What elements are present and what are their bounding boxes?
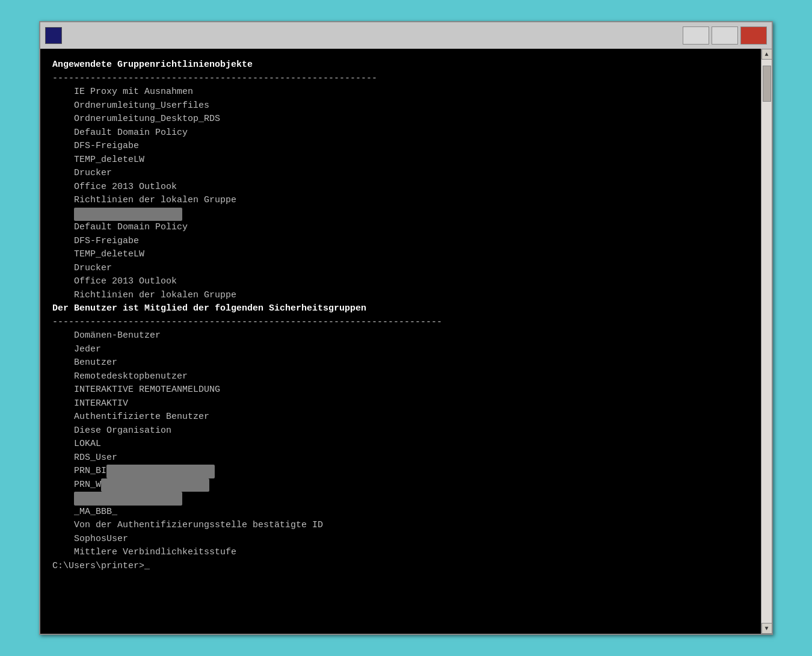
terminal-line: Office 2013 Outlook: [52, 275, 749, 289]
terminal-line: PRN_W: [52, 478, 749, 492]
terminal-line: TEMP_deleteLW: [52, 248, 749, 262]
terminal-line: Richtlinien der lokalen Gruppe: [52, 194, 749, 208]
scroll-thumb[interactable]: [763, 66, 771, 102]
terminal-line: Office 2013 Outlook: [52, 181, 749, 194]
scroll-track: [761, 60, 772, 623]
terminal-line: PRN_BI: [52, 465, 749, 478]
title-bar: [40, 22, 772, 49]
terminal-line: ----------------------------------------…: [52, 316, 749, 330]
window-controls: [683, 26, 767, 45]
terminal-line: Richtlinien der lokalen Gruppe: [52, 289, 749, 303]
terminal-line: Default Domain Policy: [52, 126, 749, 140]
terminal-output: Angewendete Gruppenrichtlinienobjekte---…: [40, 49, 761, 634]
scrollbar[interactable]: ▲ ▼: [761, 49, 772, 634]
terminal-line: Mittlere Verbindlichkeitsstufe: [52, 546, 749, 560]
terminal-line: Remotedesktopbenutzer: [52, 370, 749, 384]
scroll-down-button[interactable]: ▼: [761, 623, 772, 634]
terminal-line: Diese Organisation: [52, 424, 749, 438]
terminal-line: C:\Users\printer>_: [52, 560, 749, 574]
cmd-window: Angewendete Gruppenrichtlinienobjekte---…: [39, 21, 773, 635]
terminal-line: [52, 492, 749, 506]
terminal-line: Der Benutzer ist Mitglied der folgenden …: [52, 302, 749, 316]
maximize-button[interactable]: [712, 26, 738, 45]
cmd-icon: [45, 27, 62, 44]
terminal-line: Default Domain Policy: [52, 221, 749, 235]
terminal-line: ----------------------------------------…: [52, 72, 749, 86]
terminal-line: Domänen-Benutzer: [52, 329, 749, 343]
close-button[interactable]: [740, 26, 767, 45]
terminal-line: IE Proxy mit Ausnahmen: [52, 85, 749, 99]
window-body: Angewendete Gruppenrichtlinienobjekte---…: [40, 49, 772, 634]
terminal-line: INTERAKTIV: [52, 397, 749, 411]
terminal-line: _MA_BBB_: [52, 506, 749, 519]
scroll-up-button[interactable]: ▲: [761, 49, 772, 60]
terminal-line: LOKAL: [52, 438, 749, 451]
terminal-line: Angewendete Gruppenrichtlinienobjekte: [52, 58, 749, 72]
terminal-line: Drucker: [52, 167, 749, 181]
terminal-line: [52, 208, 749, 221]
terminal-line: Von der Authentifizierungsstelle bestäti…: [52, 519, 749, 533]
terminal-line: Jeder: [52, 343, 749, 357]
terminal-line: Ordnerumleitung_Desktop_RDS: [52, 113, 749, 126]
minimize-button[interactable]: [683, 26, 709, 45]
terminal-line: Benutzer: [52, 356, 749, 370]
terminal-line: INTERAKTIVE REMOTEANMELDUNG: [52, 383, 749, 397]
terminal-line: Authentifizierte Benutzer: [52, 410, 749, 424]
terminal-line: RDS_User: [52, 451, 749, 465]
terminal-line: Drucker: [52, 262, 749, 276]
terminal-line: DFS-Freigabe: [52, 140, 749, 153]
terminal-line: SophosUser: [52, 533, 749, 546]
title-bar-left: [45, 27, 62, 44]
terminal-line: DFS-Freigabe: [52, 235, 749, 249]
terminal-line: TEMP_deleteLW: [52, 153, 749, 167]
terminal-line: Ordnerumleitung_Userfiles: [52, 99, 749, 113]
